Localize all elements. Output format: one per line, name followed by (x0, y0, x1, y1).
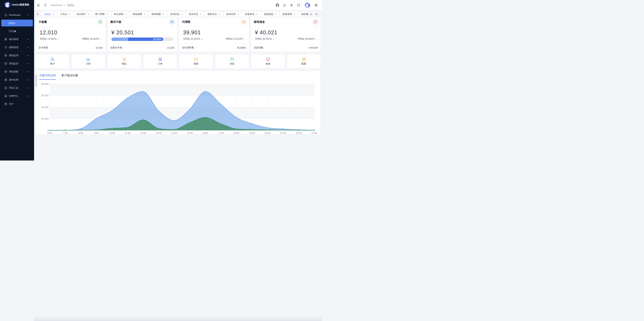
svg-text:13:00: 13:00 (156, 132, 162, 134)
svg-text:60,000: 60,000 (41, 94, 48, 97)
svg-text:12:00: 12:00 (140, 132, 146, 134)
svg-text:14:00: 14:00 (171, 132, 177, 134)
svg-text:19:00: 19:00 (249, 132, 255, 134)
svg-text:21:00: 21:00 (280, 132, 286, 134)
svg-text:18:00: 18:00 (234, 132, 240, 134)
svg-text:17:00: 17:00 (218, 132, 224, 134)
svg-text:10:00: 10:00 (109, 132, 115, 134)
svg-text:8:00: 8:00 (79, 132, 83, 134)
svg-text:20:00: 20:00 (265, 132, 271, 134)
svg-text:11:00: 11:00 (125, 132, 130, 134)
svg-text:16:00: 16:00 (202, 132, 208, 134)
svg-text:7:00: 7:00 (63, 132, 68, 134)
svg-text:80,000: 80,000 (41, 83, 48, 85)
svg-text:20,000: 20,000 (41, 118, 48, 120)
svg-text:15:00: 15:00 (187, 132, 193, 134)
svg-text:9:00: 9:00 (94, 132, 99, 134)
svg-text:23:00: 23:00 (311, 132, 317, 134)
svg-text:6:00: 6:00 (48, 132, 52, 134)
svg-text:22:00: 22:00 (296, 132, 302, 134)
svg-text:40,000: 40,000 (41, 106, 48, 108)
svg-text:0: 0 (47, 129, 48, 132)
